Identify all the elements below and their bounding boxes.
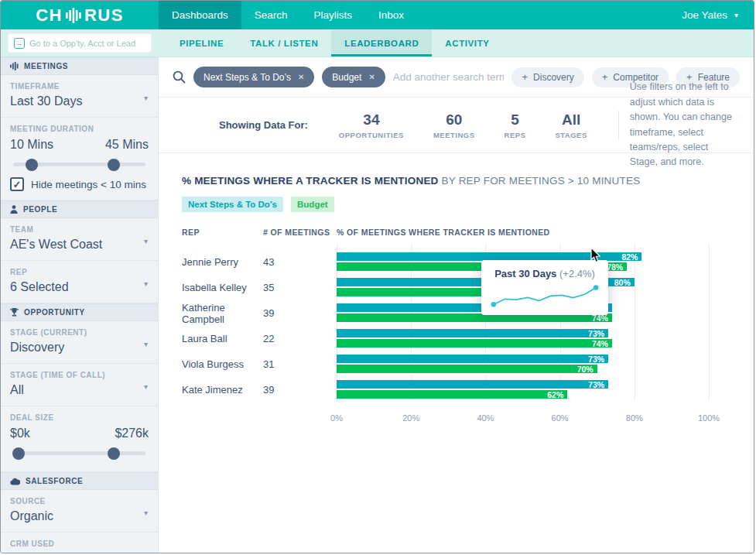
dashboard-subnav: → PIPELINE TALK / LISTEN LEADERBOARD ACT… (1, 29, 754, 57)
check-icon: ✓ (13, 180, 22, 190)
x-tick: 60% (552, 413, 569, 423)
checkbox-label: Hide meetings < 10 mins (31, 179, 146, 190)
chevron-down-icon[interactable]: ▾ (144, 382, 148, 391)
rep-row: Kate Jimenez 39 (182, 377, 337, 403)
plus-icon: + (522, 71, 528, 83)
rep-row: Jennie Perry 43 (182, 249, 337, 275)
nav-item-playlists[interactable]: Playlists (301, 1, 366, 29)
user-menu[interactable]: Joe Yates ▾ (682, 1, 754, 29)
bar-value-label: 73% (588, 355, 608, 364)
vertical-divider (618, 111, 619, 140)
chart-title: % MEETINGS WHERE A TRACKER IS MENTIONED … (182, 175, 709, 187)
section-header-people: PEOPLE (1, 200, 158, 218)
rep-meeting-count: 35 (263, 282, 337, 293)
hide-short-meetings-checkbox[interactable]: ✓ Hide meetings < 10 mins (10, 177, 149, 191)
bar-next-steps[interactable]: 73% (337, 329, 608, 337)
filter-value: Last 30 Days (10, 94, 149, 108)
checkbox-box[interactable]: ✓ (10, 177, 24, 191)
duration-slider-handle-min[interactable] (26, 159, 38, 171)
stat-label: REPS (505, 131, 526, 139)
deal-size-slider-handle-max[interactable] (108, 447, 120, 460)
bar-budget[interactable]: 62% (337, 390, 567, 399)
rep-meeting-count: 31 (263, 358, 337, 370)
leaderboard-chart: % MEETINGS WHERE A TRACKER IS MENTIONED … (159, 153, 754, 443)
bar-next-steps[interactable]: 73% (337, 355, 608, 363)
duration-slider-handle-max[interactable] (108, 159, 120, 171)
stat-opportunities: 34 OPPORTUNITIES (339, 111, 404, 139)
rep-labels-column: Jennie Perry 43 Isabella Kelley 35 Kathe… (182, 249, 337, 403)
tab-leaderboard[interactable]: LEADERBOARD (331, 29, 432, 57)
filter-value: Organic (10, 509, 149, 523)
chevron-down-icon[interactable]: ▾ (144, 279, 148, 288)
section-title: OPPORTUNITY (24, 308, 85, 317)
rep-name: Katherine Campbell (182, 302, 263, 325)
rep-name: Viola Burgess (182, 358, 263, 370)
bar-plot-area: 82% 78% 80% 72% 74% 74% 73% 74% 73% 70% … (337, 249, 709, 403)
chevron-down-icon[interactable]: ▾ (144, 94, 148, 102)
chart-title-rest: BY REP FOR MEETINGS > 10 MINUTES (442, 175, 641, 187)
add-search-term-input[interactable] (393, 71, 505, 83)
nav-item-inbox[interactable]: Inbox (365, 1, 417, 29)
rep-row: Katherine Campbell 39 (182, 300, 337, 326)
col-header-percent: % OF MEETINGS WHERE TRACKER IS MENTIONED (337, 228, 709, 237)
chevron-down-icon[interactable]: ▾ (144, 340, 148, 348)
bar-value-label: 82% (621, 252, 641, 262)
close-icon[interactable]: ✕ (298, 73, 304, 81)
stat-value: 60 (433, 111, 475, 128)
main-content: Next Steps & To Do’s ✕ Budget ✕ + Discov… (159, 57, 754, 553)
filter-crm-used[interactable]: CRM USED Salesforce ▾ (1, 533, 158, 553)
bar-budget[interactable]: 70% (337, 365, 597, 373)
legend-next-steps[interactable]: Next Steps & To Do’s (182, 197, 283, 212)
bar-next-steps[interactable]: 73% (337, 380, 608, 389)
chevron-down-icon[interactable]: ▾ (144, 551, 148, 553)
nav-item-search[interactable]: Search (241, 1, 301, 29)
bar-value-label: 78% (607, 262, 627, 272)
bar-budget[interactable]: 74% (337, 339, 612, 348)
deal-size-slider-track[interactable] (13, 451, 145, 455)
add-tracker-discovery-button[interactable]: + Discovery (511, 67, 583, 87)
tooltip-title: Past 30 Days (494, 268, 556, 279)
chevron-down-icon: ▾ (734, 11, 738, 19)
bar-value-label: 73% (588, 329, 608, 338)
tracker-chip-budget[interactable]: Budget ✕ (322, 67, 385, 87)
filter-meeting-duration: MEETING DURATION 10 Mins 45 Mins ✓ Hide … (1, 118, 158, 200)
filter-timeframe[interactable]: TIMEFRAME Last 30 Days ▾ (1, 75, 158, 118)
deal-size-slider-handle-min[interactable] (12, 447, 25, 460)
chevron-down-icon[interactable]: ▾ (144, 237, 148, 245)
tab-pipeline[interactable]: PIPELINE (166, 29, 237, 57)
duration-slider-track[interactable] (13, 163, 145, 166)
goto-input[interactable] (29, 39, 145, 48)
filter-label: TEAM (10, 225, 149, 234)
filter-value: All (10, 383, 149, 397)
filter-stage-current[interactable]: STAGE (CURRENT) Discovery ▾ (1, 321, 158, 364)
rep-name: Kate Jimenez (182, 384, 263, 396)
section-header-salesforce: SALESFORCE (1, 472, 158, 490)
x-tick: 100% (698, 413, 720, 423)
col-header-meetings: # OF MEETINGS (263, 228, 337, 237)
chorus-logo[interactable]: CH RUS (1, 1, 159, 29)
filter-rep[interactable]: REP 6 Selected ▾ (1, 261, 158, 303)
filter-source[interactable]: SOURCE Organic ▾ (1, 490, 158, 533)
stat-stages: All STAGES (555, 111, 587, 139)
goto-search-box[interactable]: → (8, 33, 152, 53)
filter-team[interactable]: TEAM AE's West Coast ▾ (1, 218, 158, 261)
legend-budget[interactable]: Budget (291, 197, 334, 212)
section-header-meetings: MEETINGS (1, 57, 158, 75)
gridline (709, 243, 710, 401)
tracker-chip-next-steps[interactable]: Next Steps & To Do’s ✕ (193, 67, 314, 87)
rep-meeting-count: 39 (263, 384, 337, 396)
tab-activity[interactable]: ACTIVITY (432, 29, 502, 57)
chevron-down-icon[interactable]: ▾ (144, 509, 148, 517)
chip-label: Budget (332, 72, 361, 83)
filter-label: REP (10, 268, 149, 276)
trophy-icon (10, 308, 19, 317)
close-icon[interactable]: ✕ (368, 73, 375, 81)
filter-stage-time-of-call[interactable]: STAGE (TIME OF CALL) All ▾ (1, 364, 158, 406)
bar-value-label: 73% (588, 380, 608, 389)
col-header-rep: REP (182, 228, 263, 237)
nav-item-dashboards[interactable]: Dashboards (159, 1, 241, 29)
rep-row: Isabella Kelley 35 (182, 275, 337, 300)
rep-row: Laura Ball 22 (182, 326, 337, 351)
tab-talk-listen[interactable]: TALK / LISTEN (237, 29, 331, 57)
x-tick: 20% (402, 413, 419, 423)
